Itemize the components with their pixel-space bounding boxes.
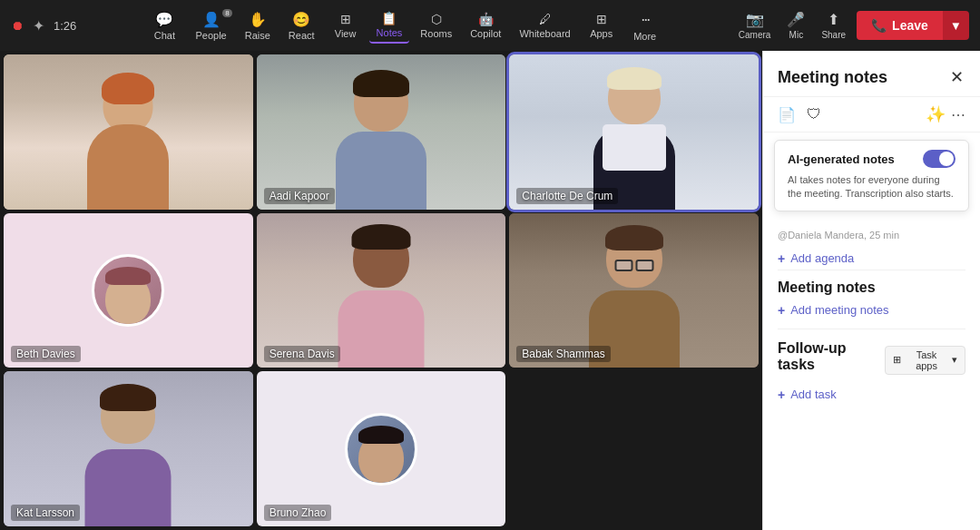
notes-view-icon[interactable]: 📄 (778, 106, 796, 123)
nav-apps-label: Apps (590, 28, 612, 39)
nav-raise[interactable]: ✋ Raise (238, 7, 278, 44)
nav-rooms[interactable]: ⬡ Rooms (413, 8, 459, 43)
task-apps-btn[interactable]: ⊞ Task apps ▾ (885, 346, 965, 375)
panel-toolbar-left: 📄 🛡 (778, 106, 821, 123)
nav-people[interactable]: 👤 People 8 (188, 7, 233, 44)
panel-title: Meeting notes (778, 68, 887, 87)
participant-name-p6: Babak Shammas (516, 346, 610, 362)
video-cell-p6[interactable]: Babak Shammas (509, 213, 759, 368)
chat-icon: 💬 (155, 11, 173, 28)
share-icon: ⬆ (828, 11, 839, 28)
video-cell-p4[interactable]: Beth Davies (4, 213, 253, 368)
camera-btn[interactable]: 📷 Camera (733, 7, 777, 44)
timer: 1:26 (54, 19, 76, 33)
mic-btn[interactable]: 🎤 Mic (781, 7, 810, 44)
panel-close-btn[interactable]: ✕ (948, 65, 965, 89)
add-agenda-icon: + (778, 251, 785, 266)
leave-chevron-btn[interactable]: ▼ (943, 11, 969, 40)
panel-header-icons: ✕ (948, 65, 965, 89)
notes-icon: 📋 (381, 11, 397, 25)
scrolled-hint: @Daniela Mandera, 25 min (778, 226, 965, 244)
nav-view-label: View (335, 28, 357, 39)
top-bar-nav: 💬 Chat 👤 People 8 ✋ Raise 😊 React ⊞ View… (144, 6, 664, 45)
panel-header: Meeting notes ✕ (763, 51, 980, 97)
video-cell-p8[interactable]: Bruno Zhao (257, 371, 506, 526)
ai-notes-card: AI-generated notes AI takes notes for ev… (774, 140, 969, 211)
apps-icon: ⊞ (596, 12, 607, 26)
ai-notes-label: AI-generated notes (788, 152, 895, 166)
video-cell-p2[interactable]: Aadi Kapoor (257, 54, 506, 210)
main-area: Aadi Kapoor Charlotte De Crum Beth Davie… (0, 51, 980, 530)
nav-view[interactable]: ⊞ View (326, 8, 366, 43)
more-nav-icon: ··· (641, 10, 649, 29)
avatar-bruno (345, 413, 417, 486)
record-icon: ⏺ (11, 18, 24, 33)
nav-copilot[interactable]: 🤖 Copilot (463, 8, 508, 43)
leave-button-group: 📞 Leave ▼ (857, 11, 969, 40)
followup-title: Follow-up tasks (778, 340, 885, 373)
followup-section: Follow-up tasks ⊞ Task apps ▾ + Add task (778, 340, 965, 402)
camera-label: Camera (739, 30, 771, 40)
nav-react[interactable]: 😊 React (281, 7, 322, 44)
add-agenda-label: Add agenda (790, 251, 854, 265)
add-meeting-notes-icon: + (778, 303, 785, 318)
participant-name-p8: Bruno Zhao (264, 505, 332, 521)
raise-icon: ✋ (249, 11, 267, 28)
add-meeting-notes-link[interactable]: + Add meeting notes (778, 303, 965, 318)
video-cell-p5[interactable]: Serena Davis (257, 213, 506, 368)
ai-notes-header: AI-generated notes (788, 150, 956, 168)
panel-toolbar: 📄 🛡 ✨ ⋯ (763, 97, 980, 132)
participant-name-p3: Charlotte De Crum (516, 188, 618, 204)
nav-apps[interactable]: ⊞ Apps (582, 8, 622, 43)
nav-more[interactable]: ··· More (625, 6, 665, 45)
people-badge: 8 (222, 9, 231, 17)
top-bar: ⏺ ✦ 1:26 💬 Chat 👤 People 8 ✋ Raise 😊 Rea… (0, 0, 980, 51)
camera-icon: 📷 (746, 11, 764, 28)
nav-chat-label: Chat (154, 30, 175, 41)
task-apps-chevron: ▾ (952, 354, 957, 366)
participant-name-p4: Beth Davies (11, 346, 81, 362)
leave-button[interactable]: 📞 Leave (857, 11, 943, 40)
nav-rooms-label: Rooms (420, 28, 452, 39)
toggle-knob (939, 152, 954, 166)
followup-header: Follow-up tasks ⊞ Task apps ▾ (778, 340, 965, 380)
video-cell-p1[interactable] (4, 54, 253, 210)
add-task-icon: + (778, 388, 785, 402)
participant-name-p7: Kat Larsson (11, 505, 80, 521)
mic-label: Mic (789, 30, 804, 40)
view-icon: ⊞ (340, 12, 351, 26)
shield-icon[interactable]: 🛡 (807, 106, 821, 123)
react-icon: 😊 (292, 11, 310, 28)
mic-icon: 🎤 (787, 11, 805, 28)
rooms-icon: ⬡ (431, 12, 442, 26)
top-bar-left: ⏺ ✦ 1:26 (11, 17, 76, 34)
more-icon[interactable]: ✦ (33, 17, 44, 34)
participant-name-p5: Serena Davis (264, 346, 340, 362)
share-btn[interactable]: ⬆ Share (816, 7, 851, 44)
ellipsis-icon[interactable]: ⋯ (951, 106, 965, 123)
video-cell-p7[interactable]: Kat Larsson (4, 371, 253, 526)
ai-notes-toggle[interactable] (923, 150, 956, 168)
people-icon: 👤 (202, 11, 220, 28)
add-task-label: Add task (790, 388, 837, 401)
nav-more-label: More (633, 31, 656, 42)
nav-raise-label: Raise (245, 30, 270, 41)
participant-name-p2: Aadi Kapoor (264, 188, 335, 204)
add-task-link[interactable]: + Add task (778, 388, 965, 402)
avatar-beth (92, 254, 164, 327)
task-apps-icon: ⊞ (893, 354, 901, 366)
video-cell-p3[interactable]: Charlotte De Crum (509, 54, 759, 210)
nav-people-label: People (195, 30, 226, 41)
divider-1 (778, 270, 965, 270)
phone-icon: 📞 (871, 18, 887, 33)
nav-chat[interactable]: 💬 Chat (144, 7, 184, 44)
nav-whiteboard-label: Whiteboard (519, 28, 570, 39)
side-panel: Meeting notes ✕ 📄 🛡 ✨ ⋯ AI-generated not… (762, 51, 980, 530)
sparkle-icon[interactable]: ✨ (926, 104, 946, 124)
nav-notes[interactable]: 📋 Notes (369, 7, 410, 44)
add-agenda-link[interactable]: + Add agenda (778, 251, 965, 266)
video-grid: Aadi Kapoor Charlotte De Crum Beth Davie… (0, 51, 762, 530)
task-apps-label: Task apps (905, 349, 948, 371)
add-meeting-notes-label: Add meeting notes (790, 303, 888, 317)
nav-whiteboard[interactable]: 🖊 Whiteboard (512, 8, 577, 43)
